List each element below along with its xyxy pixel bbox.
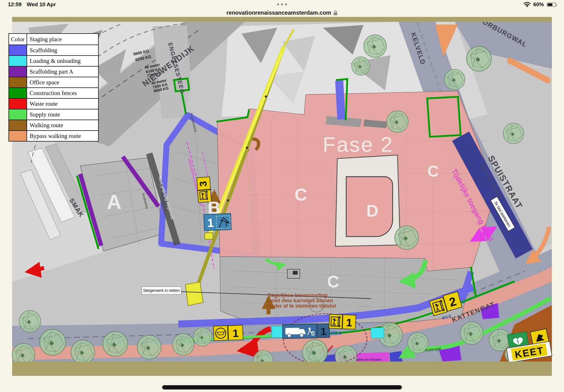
legend-row: Walking route — [9, 120, 98, 130]
svg-text:hotel dmv karretjes binnen: hotel dmv karretjes binnen — [268, 298, 333, 303]
svg-text:C: C — [295, 185, 307, 204]
svg-text:A: A — [107, 190, 122, 213]
legend-row: Scaffolding — [9, 45, 98, 55]
battery-icon — [547, 3, 556, 7]
svg-text:nader af te stemmen tijdslot: nader af te stemmen tijdslot — [268, 303, 336, 309]
dagelijkse-note: Dagelijkse bevoorrading hotel dmv karret… — [268, 292, 336, 309]
legend-swatch — [9, 109, 27, 120]
battery-percent: 60% — [533, 1, 544, 8]
legend-swatch — [9, 77, 27, 87]
svg-text:D: D — [366, 201, 378, 220]
legend-row: Scaffolding part A — [9, 66, 98, 77]
sign-skip-1: 1 — [213, 325, 243, 341]
sign-truck-1: 1 — [283, 324, 330, 339]
clock: 12:59 — [8, 1, 22, 8]
legend-swatch — [9, 45, 27, 55]
legend-row: Waste route — [9, 98, 98, 109]
legend-header-color: Color — [9, 34, 27, 45]
svg-text:Steigerwerk in netten: Steigerwerk in netten — [143, 288, 180, 293]
wifi-icon — [524, 2, 530, 7]
legend-row: Bypass walking route — [9, 130, 98, 141]
svg-text:1: 1 — [320, 325, 326, 337]
legend-header: Color Staging place — [9, 34, 98, 45]
top-border-band — [12, 17, 552, 22]
legend-swatch — [9, 99, 27, 109]
lock-icon — [333, 10, 338, 16]
legend-row: Supply route — [9, 109, 98, 120]
date: Wed 10 Apr — [27, 1, 56, 8]
url-bar[interactable]: renovationrenaissanceamsterdam.com — [0, 8, 564, 17]
legend-swatch — [9, 56, 27, 66]
svg-text:C: C — [428, 162, 439, 180]
legend-header-label: Staging place — [27, 34, 98, 45]
legend-swatch — [9, 67, 27, 77]
svg-text:Dagelijkse bevoorrading: Dagelijkse bevoorrading — [268, 292, 327, 298]
legend-row: Loading & unloading — [9, 55, 98, 66]
bottom-border-band — [12, 362, 552, 376]
url-text[interactable]: renovationrenaissanceamsterdam.com — [226, 10, 331, 16]
fase2-label: Fase 2 — [323, 133, 393, 156]
legend-row: Construction fences — [9, 87, 98, 98]
svg-text:C: C — [327, 272, 339, 291]
svg-text:1: 1 — [232, 327, 239, 340]
legend-row: Office space — [9, 77, 98, 87]
bg6-label: BG-6 — [331, 330, 341, 335]
home-indicator[interactable] — [162, 385, 402, 389]
svg-text:3: 3 — [198, 181, 209, 187]
svg-text:1: 1 — [207, 216, 214, 230]
tab-dots-icon[interactable] — [277, 3, 287, 5]
svg-text:B: B — [208, 198, 221, 217]
legend-swatch — [9, 131, 27, 141]
legend: Color Staging place Scaffolding Loading … — [8, 33, 99, 142]
svg-text:1: 1 — [346, 316, 352, 329]
legend-swatch — [9, 120, 27, 130]
legend-swatch — [9, 88, 27, 98]
